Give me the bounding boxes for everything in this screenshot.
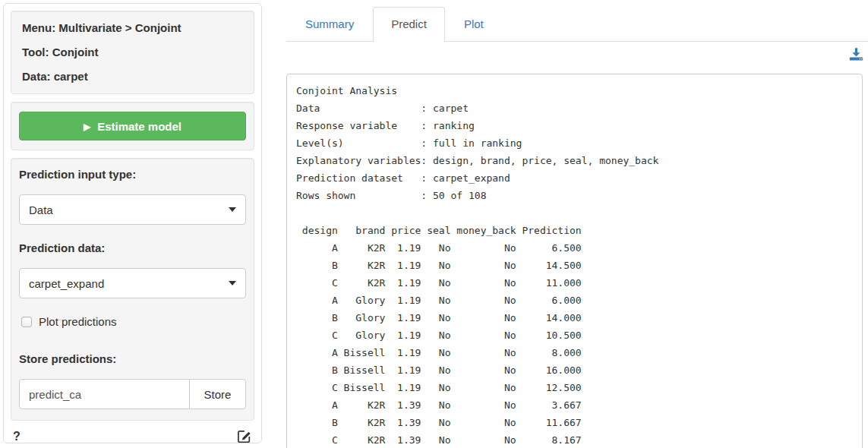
store-predictions-label: Store predictions: — [19, 352, 246, 365]
tool-name: Tool: Conjoint — [22, 46, 243, 59]
estimate-model-button[interactable]: ▶Estimate model — [19, 112, 246, 140]
dataset-name: Data: carpet — [22, 70, 243, 84]
store-predictions-group: Store — [19, 379, 246, 409]
result-tabs: Summary Predict Plot — [286, 7, 868, 42]
model-info-well: Menu: Multivariate > Conjoint Tool: Conj… — [11, 11, 254, 94]
menu-breadcrumb: Menu: Multivariate > Conjoint — [22, 21, 243, 35]
caret-down-icon — [229, 207, 236, 212]
prediction-output-panel: Conjoint Analysis Data : carpet Response… — [286, 74, 863, 448]
store-button[interactable]: Store — [189, 379, 246, 409]
edit-icon — [236, 435, 252, 446]
download-icon — [849, 51, 863, 64]
download-button[interactable] — [849, 47, 863, 62]
tab-summary[interactable]: Summary — [291, 7, 368, 41]
tab-predict[interactable]: Predict — [373, 7, 445, 42]
edit-report-button[interactable] — [236, 428, 252, 444]
sidebar-panel: Menu: Multivariate > Conjoint Tool: Conj… — [3, 3, 262, 443]
store-predictions-input[interactable] — [19, 379, 190, 409]
plot-predictions-checkbox[interactable] — [21, 317, 32, 327]
plot-predictions-row: Plot predictions — [19, 315, 246, 328]
prediction-data-label: Prediction data: — [19, 241, 246, 254]
conjoint-output-text: Conjoint Analysis Data : carpet Response… — [296, 82, 853, 448]
tab-plot[interactable]: Plot — [450, 7, 498, 41]
prediction-data-value: carpet_expand — [29, 277, 104, 290]
prediction-input-type-select[interactable]: Data — [19, 194, 246, 225]
plot-predictions-label[interactable]: Plot predictions — [39, 315, 117, 328]
prediction-input-type-label: Prediction input type: — [19, 168, 246, 181]
caret-down-icon — [229, 281, 236, 286]
prediction-form-well: Prediction input type: Data Prediction d… — [11, 158, 254, 421]
prediction-input-type-value: Data — [29, 203, 53, 216]
help-icon[interactable]: ? — [13, 430, 21, 443]
estimate-well: ▶Estimate model — [11, 102, 254, 150]
sidebar-footer: ? — [11, 428, 254, 444]
play-icon: ▶ — [84, 121, 90, 132]
prediction-data-select[interactable]: carpet_expand — [19, 268, 246, 298]
estimate-model-label: Estimate model — [97, 120, 181, 133]
